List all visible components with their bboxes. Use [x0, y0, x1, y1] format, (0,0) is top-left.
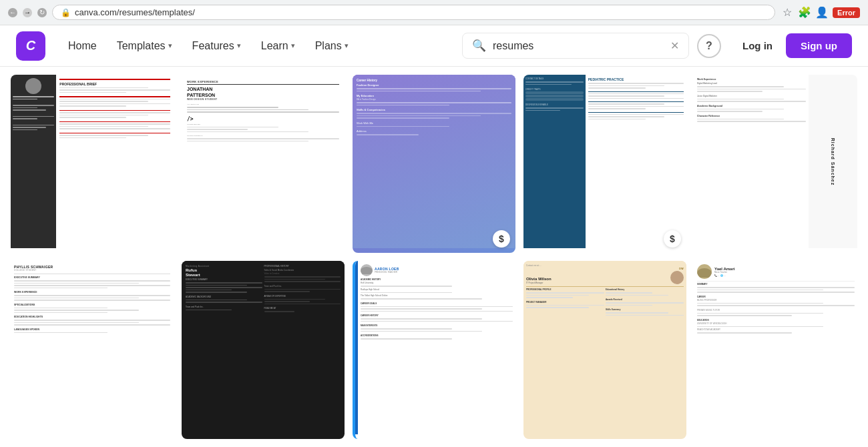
refresh-button[interactable]: ↻ — [37, 8, 47, 17]
features-label: Features — [192, 40, 234, 52]
logo-letter: C — [26, 38, 35, 53]
address-bar[interactable]: 🔒 canva.com/resumes/templates/ — [52, 5, 775, 20]
browser-icons: ☆ 🧩 👤 Error — [781, 6, 860, 19]
template-card-6[interactable]: PHYLLIS SCHWAIGER COLLEGE STUDENT EXECUT… — [11, 261, 174, 439]
plans-chevron: ▾ — [345, 41, 349, 50]
paid-badge-4: $ — [664, 230, 681, 248]
template-card-5[interactable]: Richard Sánchez Work Experience Digital … — [694, 75, 857, 253]
template-card-8[interactable]: AARON LOEB PRESCHOOL TEACHER ACADEMIC HI… — [353, 261, 515, 439]
template-card-10[interactable]: Yael Amari Music Teacher 📞 ... 🌐 ... SUM… — [694, 261, 857, 439]
profile-icon[interactable]: 👤 — [815, 6, 829, 19]
help-button[interactable]: ? — [697, 34, 721, 58]
help-icon: ? — [706, 40, 712, 52]
error-badge: Error — [833, 7, 860, 18]
extension-icon[interactable]: 🧩 — [798, 6, 811, 19]
template-card-3[interactable]: Career History Fashion Designer My Educa… — [353, 75, 515, 253]
main-nav: C Home Templates ▾ Features ▾ Learn ▾ Pl… — [0, 25, 868, 67]
template-card-2[interactable]: WORK EXPERIENCE JONATHAN PATTERSON WEB D… — [182, 75, 345, 253]
paid-badge-3: $ — [493, 230, 510, 248]
star-icon[interactable]: ☆ — [781, 6, 794, 19]
learn-label: Learn — [261, 40, 288, 52]
lock-icon: 🔒 — [61, 8, 71, 17]
nav-plans[interactable]: Plans ▾ — [306, 35, 358, 57]
features-chevron: ▾ — [237, 41, 241, 50]
template-card-4[interactable]: CONTACT DETAILS CREDIT TRAITS DEGREE/DEL… — [523, 75, 686, 253]
templates-chevron: ▾ — [168, 41, 172, 50]
login-button[interactable]: Log in — [729, 35, 786, 57]
nav-items: Home Templates ▾ Features ▾ Learn ▾ Plan… — [59, 35, 358, 57]
signup-button[interactable]: Sign up — [786, 33, 852, 58]
nav-learn[interactable]: Learn ▾ — [252, 35, 304, 57]
nav-home[interactable]: Home — [59, 35, 106, 57]
browser-chrome: ← → ↻ 🔒 canva.com/resumes/templates/ ☆ 🧩… — [0, 0, 868, 25]
template-card-9[interactable]: Contact me at: ... OW Olivia Wilson IT P… — [523, 261, 686, 439]
template-card-1[interactable]: PROFESSIONAL BRIEF — [11, 75, 174, 253]
forward-button[interactable]: → — [23, 8, 32, 17]
plans-label: Plans — [315, 40, 342, 52]
template-grid: PROFESSIONAL BRIEF — [0, 67, 868, 447]
back-button[interactable]: ← — [8, 8, 17, 17]
url-text: canva.com/resumes/templates/ — [75, 7, 195, 17]
nav-templates[interactable]: Templates ▾ — [107, 35, 182, 57]
learn-chevron: ▾ — [291, 41, 295, 50]
search-clear-button[interactable]: ✕ — [670, 39, 679, 52]
home-label: Home — [68, 40, 97, 52]
search-icon: 🔍 — [472, 39, 486, 53]
search-input[interactable] — [493, 40, 664, 52]
canva-logo[interactable]: C — [16, 31, 45, 61]
template-card-7[interactable]: Marketing Assistant RufusStewart EXECUTI… — [182, 261, 345, 439]
nav-features[interactable]: Features ▾ — [183, 35, 250, 57]
templates-label: Templates — [117, 40, 166, 52]
search-bar[interactable]: 🔍 ✕ — [462, 33, 689, 59]
